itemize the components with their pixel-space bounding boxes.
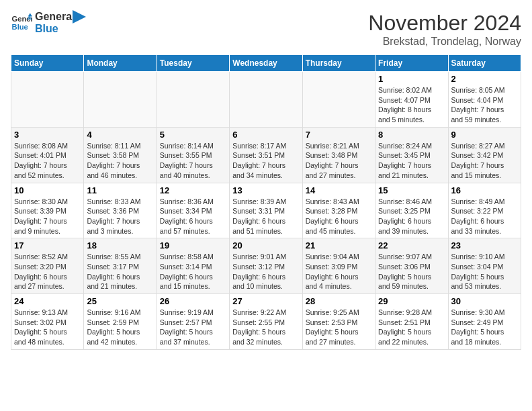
calendar-cell [11, 72, 84, 128]
calendar-cell: 9Sunrise: 8:27 AM Sunset: 3:42 PM Daylig… [448, 127, 521, 183]
column-header-thursday: Thursday [302, 55, 375, 72]
month-title: November 2024 [368, 11, 521, 36]
day-info: Sunrise: 8:55 AM Sunset: 3:17 PM Dayligh… [87, 252, 153, 291]
calendar-cell [157, 72, 229, 128]
calendar-table: SundayMondayTuesdayWednesdayThursdayFrid… [11, 54, 521, 350]
day-number: 28 [306, 296, 372, 306]
day-number: 17 [14, 240, 81, 250]
day-number: 4 [87, 130, 153, 140]
day-info: Sunrise: 9:04 AM Sunset: 3:09 PM Dayligh… [306, 252, 372, 291]
calendar-cell: 28Sunrise: 9:25 AM Sunset: 2:53 PM Dayli… [302, 294, 375, 350]
column-header-tuesday: Tuesday [157, 55, 229, 72]
column-header-saturday: Saturday [448, 55, 521, 72]
day-info: Sunrise: 9:13 AM Sunset: 3:02 PM Dayligh… [14, 308, 81, 347]
day-info: Sunrise: 8:21 AM Sunset: 3:48 PM Dayligh… [306, 141, 372, 181]
header: General Blue General Blue November 2024 … [11, 11, 521, 48]
day-number: 14 [306, 185, 372, 195]
day-info: Sunrise: 9:07 AM Sunset: 3:06 PM Dayligh… [378, 252, 445, 291]
calendar-cell: 24Sunrise: 9:13 AM Sunset: 3:02 PM Dayli… [11, 294, 84, 350]
day-info: Sunrise: 8:52 AM Sunset: 3:20 PM Dayligh… [14, 252, 81, 291]
logo-flag-icon [73, 10, 86, 29]
day-number: 7 [306, 130, 372, 140]
logo-blue: Blue [35, 23, 58, 34]
day-number: 11 [87, 185, 153, 195]
calendar-cell [230, 72, 302, 128]
calendar-cell: 8Sunrise: 8:24 AM Sunset: 3:45 PM Daylig… [375, 127, 448, 183]
day-number: 13 [232, 185, 299, 195]
calendar-cell: 18Sunrise: 8:55 AM Sunset: 3:17 PM Dayli… [84, 238, 157, 294]
calendar-cell: 12Sunrise: 8:36 AM Sunset: 3:34 PM Dayli… [157, 183, 229, 238]
day-number: 29 [378, 296, 445, 306]
calendar-week-4: 17Sunrise: 8:52 AM Sunset: 3:20 PM Dayli… [11, 238, 521, 294]
calendar-cell: 7Sunrise: 8:21 AM Sunset: 3:48 PM Daylig… [302, 127, 375, 183]
day-info: Sunrise: 8:05 AM Sunset: 4:04 PM Dayligh… [451, 85, 518, 125]
day-number: 15 [378, 185, 445, 195]
day-number: 1 [378, 74, 445, 84]
day-info: Sunrise: 8:24 AM Sunset: 3:45 PM Dayligh… [378, 141, 445, 181]
day-info: Sunrise: 8:11 AM Sunset: 3:58 PM Dayligh… [87, 141, 153, 181]
day-info: Sunrise: 9:25 AM Sunset: 2:53 PM Dayligh… [306, 308, 372, 347]
location-title: Brekstad, Trondelag, Norway [368, 36, 521, 48]
day-info: Sunrise: 8:46 AM Sunset: 3:25 PM Dayligh… [378, 197, 445, 236]
day-number: 24 [14, 296, 81, 306]
calendar-cell: 21Sunrise: 9:04 AM Sunset: 3:09 PM Dayli… [302, 238, 375, 294]
svg-text:Blue: Blue [12, 23, 28, 31]
day-info: Sunrise: 8:36 AM Sunset: 3:34 PM Dayligh… [160, 197, 226, 236]
day-info: Sunrise: 9:01 AM Sunset: 3:12 PM Dayligh… [232, 252, 299, 291]
calendar-cell: 11Sunrise: 8:33 AM Sunset: 3:36 PM Dayli… [84, 183, 157, 238]
day-number: 21 [306, 240, 372, 250]
calendar-cell: 22Sunrise: 9:07 AM Sunset: 3:06 PM Dayli… [375, 238, 448, 294]
calendar-cell: 23Sunrise: 9:10 AM Sunset: 3:04 PM Dayli… [448, 238, 521, 294]
day-info: Sunrise: 8:17 AM Sunset: 3:51 PM Dayligh… [232, 141, 299, 181]
column-header-wednesday: Wednesday [230, 55, 302, 72]
day-number: 12 [160, 185, 226, 195]
day-number: 2 [451, 74, 518, 84]
calendar-cell: 3Sunrise: 8:08 AM Sunset: 4:01 PM Daylig… [11, 127, 84, 183]
day-number: 23 [451, 240, 518, 250]
calendar-cell [302, 72, 375, 128]
calendar-week-2: 3Sunrise: 8:08 AM Sunset: 4:01 PM Daylig… [11, 127, 521, 183]
day-info: Sunrise: 8:02 AM Sunset: 4:07 PM Dayligh… [378, 85, 445, 125]
day-info: Sunrise: 8:33 AM Sunset: 3:36 PM Dayligh… [87, 197, 153, 236]
day-number: 25 [87, 296, 153, 306]
day-number: 5 [160, 130, 226, 140]
day-info: Sunrise: 8:58 AM Sunset: 3:14 PM Dayligh… [160, 252, 226, 291]
calendar-cell: 17Sunrise: 8:52 AM Sunset: 3:20 PM Dayli… [11, 238, 84, 294]
calendar-cell: 13Sunrise: 8:39 AM Sunset: 3:31 PM Dayli… [230, 183, 302, 238]
svg-marker-4 [73, 10, 86, 24]
calendar-cell: 14Sunrise: 8:43 AM Sunset: 3:28 PM Dayli… [302, 183, 375, 238]
calendar-cell: 4Sunrise: 8:11 AM Sunset: 3:58 PM Daylig… [84, 127, 157, 183]
calendar-cell: 6Sunrise: 8:17 AM Sunset: 3:51 PM Daylig… [230, 127, 302, 183]
column-header-friday: Friday [375, 55, 448, 72]
calendar-cell [84, 72, 157, 128]
day-number: 10 [14, 185, 81, 195]
calendar-cell: 5Sunrise: 8:14 AM Sunset: 3:55 PM Daylig… [157, 127, 229, 183]
calendar-cell: 27Sunrise: 9:22 AM Sunset: 2:55 PM Dayli… [230, 294, 302, 350]
day-number: 26 [160, 296, 226, 306]
day-number: 9 [451, 130, 518, 140]
day-info: Sunrise: 9:28 AM Sunset: 2:51 PM Dayligh… [378, 308, 445, 347]
day-info: Sunrise: 8:43 AM Sunset: 3:28 PM Dayligh… [306, 197, 372, 236]
calendar-cell: 30Sunrise: 9:30 AM Sunset: 2:49 PM Dayli… [448, 294, 521, 350]
day-info: Sunrise: 8:49 AM Sunset: 3:22 PM Dayligh… [451, 197, 518, 236]
calendar-cell: 2Sunrise: 8:05 AM Sunset: 4:04 PM Daylig… [448, 72, 521, 128]
title-area: November 2024 Brekstad, Trondelag, Norwa… [368, 11, 521, 48]
day-number: 22 [378, 240, 445, 250]
column-header-monday: Monday [84, 55, 157, 72]
calendar-week-5: 24Sunrise: 9:13 AM Sunset: 3:02 PM Dayli… [11, 294, 521, 350]
calendar-cell: 19Sunrise: 8:58 AM Sunset: 3:14 PM Dayli… [157, 238, 229, 294]
calendar-week-1: 1Sunrise: 8:02 AM Sunset: 4:07 PM Daylig… [11, 72, 521, 128]
day-info: Sunrise: 9:16 AM Sunset: 2:59 PM Dayligh… [87, 308, 153, 347]
day-info: Sunrise: 9:19 AM Sunset: 2:57 PM Dayligh… [160, 308, 226, 347]
day-info: Sunrise: 9:10 AM Sunset: 3:04 PM Dayligh… [451, 252, 518, 291]
day-info: Sunrise: 8:30 AM Sunset: 3:39 PM Dayligh… [14, 197, 81, 236]
day-number: 6 [232, 130, 299, 140]
calendar-cell: 15Sunrise: 8:46 AM Sunset: 3:25 PM Dayli… [375, 183, 448, 238]
day-info: Sunrise: 9:30 AM Sunset: 2:49 PM Dayligh… [451, 308, 518, 347]
day-number: 8 [378, 130, 445, 140]
day-number: 27 [232, 296, 299, 306]
calendar-cell: 25Sunrise: 9:16 AM Sunset: 2:59 PM Dayli… [84, 294, 157, 350]
calendar-cell: 10Sunrise: 8:30 AM Sunset: 3:39 PM Dayli… [11, 183, 84, 238]
day-info: Sunrise: 8:14 AM Sunset: 3:55 PM Dayligh… [160, 141, 226, 181]
day-number: 3 [14, 130, 81, 140]
